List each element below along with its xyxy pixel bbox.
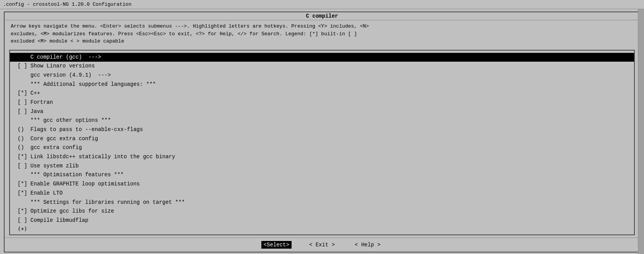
menu-item[interactable]: [ ] Use system zlib [10, 162, 634, 171]
menu-item[interactable]: [ ] Compile libmudflap [10, 216, 634, 225]
desc-line2: excludes, <M> modularizes features. Pres… [11, 30, 633, 38]
menu-item[interactable]: [*] Link libstdc++ statically into the g… [10, 152, 634, 162]
menu-item[interactable]: *** Optimisation features *** [10, 170, 634, 180]
outer-box: C compiler Arrow keys navigate the menu.… [4, 11, 640, 252]
menu-item[interactable]: [*] Enable LTO [10, 189, 634, 198]
desc-line3: excluded <M> module < > module capable [11, 38, 633, 45]
select-button[interactable]: <Select> [261, 241, 292, 249]
menu-item[interactable]: [ ] Java [10, 107, 634, 116]
title-bar: .config - crosstool-NG 1.20.0 Configurat… [0, 0, 644, 9]
menu-box[interactable]: C compiler (gcc) --->[ ] Show Linaro ver… [9, 50, 635, 235]
desc-line1: Arrow keys navigate the menu. <Enter> se… [11, 23, 633, 30]
exit-button[interactable]: < Exit > [307, 241, 337, 249]
menu-item[interactable]: *** Additional supported languages: *** [10, 80, 634, 89]
description-area: Arrow keys navigate the menu. <Enter> se… [5, 20, 639, 48]
help-button[interactable]: < Help > [352, 241, 383, 249]
menu-item[interactable]: *** Settings for libraries running on ta… [10, 198, 634, 207]
menu-item[interactable]: [*] C++ [10, 89, 634, 98]
menu-item[interactable]: [ ] Fortran [10, 98, 634, 107]
menu-item[interactable]: () gcc extra config [10, 143, 634, 152]
scroll-indicator: (+) [10, 225, 634, 232]
scrollbar[interactable] [638, 9, 644, 254]
menu-item[interactable]: gcc version (4.9.1) ---> [10, 71, 634, 80]
menu-item[interactable]: [*] Optimize gcc libs for size [10, 207, 634, 216]
menu-item[interactable]: [ ] Show Linaro versions [10, 62, 634, 71]
button-bar: <Select> < Exit > < Help > [5, 238, 639, 252]
menu-item[interactable]: () Core gcc extra config [10, 134, 634, 144]
title-text: .config - crosstool-NG 1.20.0 Configurat… [3, 2, 131, 7]
main-window: C compiler Arrow keys navigate the menu.… [0, 9, 644, 254]
section-title: C compiler [5, 12, 639, 20]
menu-item[interactable]: [*] Enable GRAPHITE loop optimisations [10, 180, 634, 189]
menu-item[interactable]: () Flags to pass to --enable-cxx-flags [10, 125, 634, 134]
menu-item[interactable]: C compiler (gcc) ---> [10, 53, 634, 62]
menu-item[interactable]: *** gcc other options *** [10, 116, 634, 125]
